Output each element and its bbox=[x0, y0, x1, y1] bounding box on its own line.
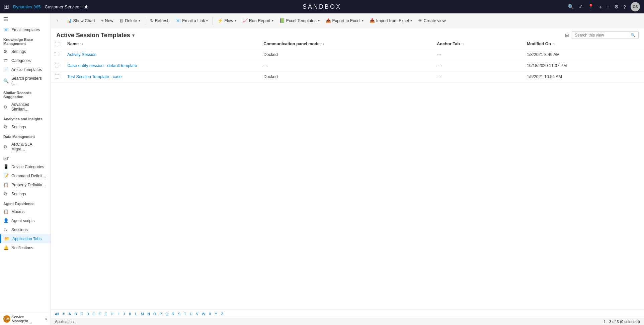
alphabet-item[interactable]: E bbox=[91, 311, 96, 317]
alphabet-item[interactable]: I bbox=[115, 311, 121, 317]
email-link-button[interactable]: 📧 Email a Link ▾ bbox=[173, 15, 211, 26]
select-all-checkbox[interactable] bbox=[55, 42, 59, 46]
settings-nav-icon[interactable]: ⚙ bbox=[614, 4, 619, 10]
flow-button[interactable]: ⚡ Flow ▾ bbox=[215, 15, 239, 26]
filter-nav-icon[interactable]: ≡ bbox=[607, 4, 610, 10]
bottom-section-label[interactable]: Service Managem… bbox=[12, 315, 44, 323]
alphabet-item[interactable]: X bbox=[207, 311, 213, 317]
alphabet-item[interactable]: S bbox=[176, 311, 182, 317]
sidebar-item-article-templates[interactable]: 📄 Article Templates bbox=[0, 65, 51, 74]
sidebar-item-property-def[interactable]: 📋 Property Definitio… bbox=[0, 180, 51, 189]
row-name-link[interactable]: Case entity session - default template bbox=[67, 63, 137, 68]
anchor-tab-column-header[interactable]: Anchor Tab ↑↓ bbox=[433, 39, 523, 49]
agent-experience-section-label: Agent Experience bbox=[0, 198, 51, 207]
similar-records-section-label: Similar Records Suggestion bbox=[0, 87, 51, 100]
check-nav-icon[interactable]: ✓ bbox=[579, 4, 583, 10]
alphabet-item[interactable]: W bbox=[200, 311, 207, 317]
alphabet-item[interactable]: T bbox=[182, 311, 188, 317]
row-checkbox[interactable] bbox=[55, 74, 59, 78]
help-nav-icon[interactable]: ? bbox=[623, 4, 626, 10]
agent-scripts-icon: 👤 bbox=[3, 218, 9, 223]
row-checkbox[interactable] bbox=[55, 63, 59, 67]
row-checkbox-cell[interactable] bbox=[51, 71, 63, 82]
alphabet-item[interactable]: Z bbox=[219, 311, 225, 317]
advanced-similarity-icon: ⚙ bbox=[3, 105, 9, 110]
sidebar-item-device-categories[interactable]: 📱 Device Categories bbox=[0, 162, 51, 171]
refresh-icon: ↻ bbox=[150, 18, 154, 23]
alphabet-item[interactable]: A bbox=[67, 311, 72, 317]
sidebar-item-command-def[interactable]: 📝 Command Definit… bbox=[0, 171, 51, 180]
row-name-link[interactable]: Test Session Template - case bbox=[67, 74, 122, 79]
show-chart-button[interactable]: 📊 Show Chart bbox=[64, 15, 98, 26]
location-nav-icon[interactable]: 📍 bbox=[588, 4, 594, 10]
alphabet-item[interactable]: G bbox=[103, 311, 109, 317]
sidebar-item-analytics-settings[interactable]: ⚙ Settings bbox=[0, 122, 51, 131]
row-checkbox[interactable] bbox=[55, 52, 59, 56]
sidebar-item-kb-settings[interactable]: ⚙ Settings bbox=[0, 47, 51, 56]
sidebar-item-arc-sla[interactable]: ⚙ ARC & SLA Migra… bbox=[0, 140, 51, 153]
alphabet-item[interactable]: F bbox=[97, 311, 102, 317]
name-column-header[interactable]: Name ↑↓ bbox=[63, 39, 259, 49]
search-providers-icon: 🔍 bbox=[3, 78, 9, 83]
view-filter-icon[interactable]: ⊞ bbox=[565, 32, 569, 38]
kb-section-label: Knowledge Base Management bbox=[0, 34, 51, 47]
alphabet-item[interactable]: D bbox=[85, 311, 90, 317]
new-button[interactable]: + New bbox=[98, 15, 116, 26]
sidebar-collapse-button[interactable]: ☰ bbox=[0, 13, 51, 25]
checkbox-header[interactable] bbox=[51, 39, 63, 49]
sidebar-item-agent-scripts[interactable]: 👤 Agent scripts bbox=[0, 216, 51, 225]
alphabet-item[interactable]: M bbox=[140, 311, 145, 317]
excel-templates-button[interactable]: 📗 Excel Templates ▾ bbox=[277, 15, 322, 26]
sidebar-item-categories[interactable]: 🏷 Categories bbox=[0, 56, 51, 65]
delete-button[interactable]: 🗑 Delete ▾ bbox=[116, 15, 143, 26]
alphabet-item[interactable]: H bbox=[109, 311, 115, 317]
import-excel-icon: 📥 bbox=[370, 18, 375, 23]
refresh-button[interactable]: ↻ Refresh bbox=[147, 15, 172, 26]
sidebar-item-notifications[interactable]: 🔔 Notifications bbox=[0, 243, 51, 252]
add-nav-icon[interactable]: + bbox=[599, 4, 602, 10]
row-name-link[interactable]: Activity Session bbox=[67, 52, 97, 57]
alphabet-item[interactable]: # bbox=[61, 311, 66, 317]
alphabet-item[interactable]: U bbox=[188, 311, 194, 317]
search-input[interactable] bbox=[575, 33, 629, 38]
avatar[interactable]: CS bbox=[631, 2, 640, 11]
search-nav-icon[interactable]: 🔍 bbox=[568, 4, 574, 10]
sidebar-item-sessions[interactable]: 🗂 Sessions bbox=[0, 225, 51, 234]
alphabet-item[interactable]: K bbox=[128, 311, 133, 317]
row-checkbox-cell[interactable] bbox=[51, 49, 63, 60]
search-icon[interactable]: 🔍 bbox=[631, 33, 636, 38]
excel-templates-icon: 📗 bbox=[279, 18, 285, 23]
comm-panel-sort-icon: ↑↓ bbox=[321, 42, 324, 46]
sidebar-item-application-tabs[interactable]: 📂 Application Tabs bbox=[0, 234, 51, 243]
sidebar-item-macros[interactable]: 📋 Macros bbox=[0, 207, 51, 216]
sidebar-item-advanced-similarity[interactable]: ⚙ Advanced Similari… bbox=[0, 100, 51, 114]
alphabet-item[interactable]: R bbox=[170, 311, 176, 317]
alphabet-nav: All#ABCDEFGHIJKLMNOPQRSTUVWXYZ bbox=[51, 310, 644, 318]
alphabet-item[interactable]: C bbox=[79, 311, 84, 317]
run-report-button[interactable]: 📈 Run Report ▾ bbox=[240, 15, 276, 26]
alphabet-item[interactable]: O bbox=[152, 311, 158, 317]
alphabet-item[interactable]: Y bbox=[213, 311, 219, 317]
sidebar-item-search-providers[interactable]: 🔍 Search providers (… bbox=[0, 74, 51, 87]
alphabet-item[interactable]: N bbox=[146, 311, 151, 317]
export-excel-button[interactable]: 📤 Export to Excel ▾ bbox=[323, 15, 366, 26]
view-title-dropdown-icon[interactable]: ▾ bbox=[132, 33, 135, 38]
alphabet-item[interactable]: L bbox=[134, 311, 139, 317]
comm-panel-column-header[interactable]: Communication panel mode ↑↓ bbox=[259, 39, 433, 49]
row-anchor-tab-cell: --- bbox=[433, 49, 523, 60]
sidebar-item-iot-settings[interactable]: ⚙ Settings bbox=[0, 189, 51, 198]
grid-icon[interactable]: ⊞ bbox=[4, 3, 9, 10]
row-checkbox-cell[interactable] bbox=[51, 60, 63, 71]
back-button[interactable]: ← bbox=[54, 15, 63, 26]
sidebar-item-email-templates[interactable]: 📧 Email templates bbox=[0, 25, 51, 34]
alphabet-item[interactable]: P bbox=[158, 311, 164, 317]
alphabet-item[interactable]: All bbox=[54, 311, 60, 317]
modified-on-column-header[interactable]: Modified On ↑↓ bbox=[523, 39, 644, 49]
alphabet-item[interactable]: Q bbox=[164, 311, 170, 317]
import-excel-button[interactable]: 📥 Import from Excel ▾ bbox=[367, 15, 415, 26]
alphabet-item[interactable]: V bbox=[194, 311, 200, 317]
create-view-button[interactable]: 👁 Create view bbox=[415, 15, 449, 26]
app-name[interactable]: Dynamics 365 bbox=[13, 4, 41, 9]
alphabet-item[interactable]: J bbox=[122, 311, 127, 317]
alphabet-item[interactable]: B bbox=[73, 311, 78, 317]
